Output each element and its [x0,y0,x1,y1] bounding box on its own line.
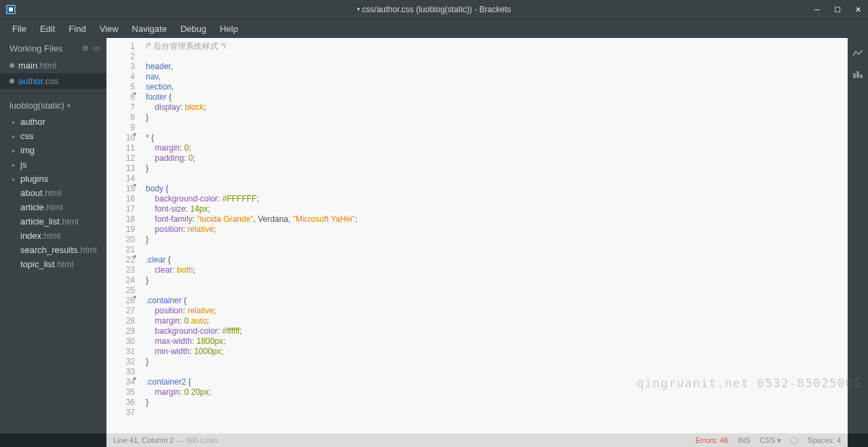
code-editor[interactable]: 12345▼6789▼1011121314▼15161718192021▼222… [106,38,848,433]
menu-edit[interactable]: Edit [33,21,62,37]
error-count[interactable]: Errors: 46 [696,436,728,444]
folder-item[interactable]: ▸css [0,129,106,143]
line-count: — 665 Lines [176,436,218,444]
project-header[interactable]: luoblog(static) ▾ [0,93,106,115]
svg-rect-1 [9,7,13,12]
minimize-button[interactable]: ─ [807,0,827,19]
split-icon[interactable]: ▭ [93,44,100,53]
fold-triangle-icon[interactable]: ▼ [132,374,138,384]
working-file-item[interactable]: main.html [0,58,106,73]
indent-mode[interactable]: Spaces: 4 [808,436,841,444]
svg-rect-2 [853,73,856,78]
file-item[interactable]: index.html [0,229,106,243]
menu-find[interactable]: Find [62,21,92,37]
menu-file[interactable]: File [5,21,33,37]
file-item[interactable]: search_results.html [0,243,106,257]
gutter: 12345▼6789▼1011121314▼15161718192021▼222… [106,38,139,418]
menu-view[interactable]: View [93,21,125,37]
working-files-header: Working Files ⚙ ▭ [0,38,106,58]
menu-help[interactable]: Help [213,21,245,37]
chevron-down-icon: ▾ [67,102,71,109]
folder-item[interactable]: ▸author [0,115,106,129]
fold-triangle-icon[interactable]: ▼ [132,89,138,99]
window-title: • css/author.css (luoblog(static)) - Bra… [357,5,511,14]
file-item[interactable]: about.html [0,186,106,200]
fold-triangle-icon[interactable]: ▼ [132,292,138,303]
folder-item[interactable]: ▸js [0,157,106,172]
maximize-button[interactable]: ☐ [827,0,848,19]
triangle-right-icon: ▸ [12,161,18,168]
file-item[interactable]: topic_list.html [0,257,106,271]
fold-triangle-icon[interactable]: ▼ [132,180,138,191]
fold-triangle-icon[interactable]: ▼ [132,252,138,262]
working-file-item[interactable]: author.css [0,73,106,89]
language-mode[interactable]: CSS ▾ [760,436,781,445]
menu-bar: File Edit Find View Navigate Debug Help [0,19,868,38]
triangle-right-icon: ▸ [12,119,18,125]
title-bar: • css/author.css (luoblog(static)) - Bra… [0,0,868,19]
close-button[interactable]: ✕ [848,0,868,19]
working-files-label: Working Files [9,43,63,54]
fold-triangle-icon[interactable]: ▼ [132,130,138,140]
extensions-icon[interactable] [852,71,863,79]
status-circle-icon[interactable] [791,437,798,444]
file-item[interactable]: article.html [0,200,106,214]
app-logo [1,0,20,19]
file-item[interactable]: article_list.html [0,214,106,229]
triangle-right-icon: ▸ [12,147,18,154]
code-content[interactable]: /* 后台管理系统样式 */ header,nav,section,footer… [146,41,357,418]
menu-navigate[interactable]: Navigate [125,21,174,37]
triangle-right-icon: ▸ [12,133,18,140]
live-preview-icon[interactable] [852,50,863,57]
cursor-position[interactable]: Line 41, Column 2 [113,436,174,444]
folder-item[interactable]: ▸img [0,143,106,157]
insert-mode[interactable]: INS [738,436,750,444]
svg-rect-4 [860,75,863,78]
project-name: luoblog(static) [9,100,64,111]
gear-icon[interactable]: ⚙ [82,44,89,53]
modified-dot-icon [9,63,14,68]
folder-item[interactable]: ▸plugins [0,172,106,186]
menu-debug[interactable]: Debug [174,21,213,37]
right-toolbar [848,38,868,433]
status-bar: Line 41, Column 2 — 665 Lines Errors: 46… [106,433,848,447]
modified-dot-icon [9,79,14,83]
svg-rect-3 [856,71,859,78]
sidebar: Working Files ⚙ ▭ main.htmlauthor.css lu… [0,38,106,433]
triangle-right-icon: ▸ [12,176,18,182]
